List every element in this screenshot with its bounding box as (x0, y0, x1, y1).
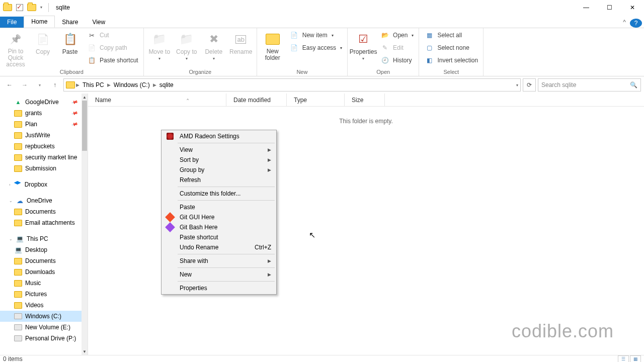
col-date[interactable]: Date modified (226, 94, 287, 106)
tree-item-googledrive[interactable]: GoogleDrive (0, 97, 88, 108)
invertselection-button[interactable]: Invert selection (422, 54, 480, 66)
cm-sharewith[interactable]: Share with▶ (163, 256, 275, 266)
copy-button[interactable]: Copy (30, 29, 55, 55)
cm-view[interactable]: View▶ (163, 145, 275, 155)
paste-shortcut-button[interactable]: Paste shortcut (85, 54, 140, 66)
tree-item-documents2[interactable]: Documents (0, 255, 88, 266)
navigation-tree[interactable]: GoogleDrive grants Plan JustWrite repbuc… (0, 94, 88, 355)
tree-item-documents[interactable]: Documents (0, 206, 88, 217)
tree-label: GoogleDrive (25, 99, 59, 106)
tree-item-thispc[interactable]: ⌄This PC (0, 233, 88, 244)
scroll-up-icon[interactable]: ▲ (82, 94, 88, 101)
cut-button[interactable]: Cut (85, 29, 140, 41)
scrollbar-thumb[interactable] (82, 101, 87, 151)
tree-item-downloads[interactable]: Downloads (0, 266, 88, 278)
tree-scrollbar[interactable]: ▲ ▼ (82, 94, 88, 355)
cm-gitbash[interactable]: Git Bash Here (163, 222, 275, 232)
paste-button[interactable]: Paste (57, 29, 83, 55)
tree-item-music[interactable]: Music (0, 278, 88, 289)
view-details-button[interactable]: ☰ (618, 355, 629, 363)
search-input[interactable]: Search sqlite 🔍 (538, 78, 641, 92)
refresh-button[interactable]: ⟳ (523, 78, 536, 92)
invert-icon (424, 55, 434, 65)
title-bar: ▾ sqlite — ☐ ✕ (0, 0, 644, 15)
addr-sep-icon[interactable]: ▶ (76, 82, 79, 87)
cm-sortby[interactable]: Sort by▶ (163, 155, 275, 165)
help-icon[interactable]: ? (630, 19, 642, 28)
tab-home[interactable]: Home (24, 16, 55, 28)
selectnone-button[interactable]: Select none (422, 42, 480, 54)
cm-groupby[interactable]: Group by▶ (163, 165, 275, 175)
tree-item-videos[interactable]: Videos (0, 300, 88, 311)
col-name[interactable]: Name^ (88, 94, 226, 106)
copyto-button[interactable]: Copy to▾ (174, 29, 199, 61)
tree-item-justwrite[interactable]: JustWrite (0, 130, 88, 141)
tree-item-repbuckets[interactable]: repbuckets (0, 141, 88, 152)
qat-customize-icon[interactable]: ▾ (40, 5, 42, 10)
delete-button[interactable]: Delete▾ (201, 29, 226, 61)
ribbon-collapse-icon[interactable]: ^ (619, 17, 630, 28)
minimize-button[interactable]: — (575, 0, 598, 15)
nav-forward-button[interactable]: → (18, 78, 31, 92)
breadcrumb-drive[interactable]: Windows (C:) (112, 80, 152, 89)
qat-properties-icon[interactable] (16, 4, 23, 11)
folder-icon (14, 120, 22, 128)
cm-properties[interactable]: Properties (163, 283, 275, 293)
history-button[interactable]: History (378, 54, 416, 66)
addr-sep-icon[interactable]: ▶ (153, 82, 156, 87)
maximize-button[interactable]: ☐ (598, 0, 621, 15)
col-date-label: Date modified (233, 97, 271, 104)
addr-sep-icon[interactable]: ▶ (107, 82, 111, 87)
breadcrumb-pc[interactable]: This PC (80, 80, 106, 89)
cm-refresh[interactable]: Refresh (163, 175, 275, 185)
tab-view[interactable]: View (85, 17, 112, 28)
tree-item-personal[interactable]: Personal Drive (P:) (0, 333, 88, 344)
tree-item-secmarket[interactable]: security market line (0, 152, 88, 163)
rename-button[interactable]: Rename (228, 29, 254, 55)
col-type[interactable]: Type (287, 94, 345, 106)
tree-item-dropbox[interactable]: ›Dropbox (0, 179, 88, 190)
tree-item-onedrive[interactable]: ⌄OneDrive (0, 195, 88, 206)
tab-share[interactable]: Share (55, 17, 85, 28)
moveto-button[interactable]: Move to▾ (147, 29, 172, 61)
rename-icon (233, 31, 249, 47)
selectall-button[interactable]: Select all (422, 29, 480, 41)
tab-file[interactable]: File (0, 17, 24, 28)
breadcrumb-folder[interactable]: sqlite (157, 80, 176, 89)
cm-new[interactable]: New▶ (163, 269, 275, 280)
col-size[interactable]: Size (345, 94, 385, 106)
tree-item-submission[interactable]: Submission (0, 163, 88, 174)
easy-icon (289, 43, 299, 53)
tree-item-emailatt[interactable]: Email attachments (0, 217, 88, 228)
tree-item-newvol[interactable]: New Volume (E:) (0, 322, 88, 333)
properties-button[interactable]: Properties▾ (351, 29, 376, 61)
cm-paste[interactable]: Paste (163, 202, 275, 212)
nav-up-button[interactable]: ↑ (48, 78, 61, 92)
open-button[interactable]: Open▾ (378, 29, 416, 41)
scroll-down-icon[interactable]: ▼ (82, 348, 88, 355)
cm-customize[interactable]: Customize this folder... (163, 189, 275, 199)
cm-paste-shortcut[interactable]: Paste shortcut (163, 232, 275, 242)
easyaccess-button[interactable]: Easy access▾ (287, 42, 344, 54)
qat-newfolder-icon[interactable] (27, 4, 36, 11)
pin-quickaccess-button[interactable]: Pin to Quick access (3, 29, 28, 68)
group-organize-label: Organize (147, 69, 254, 76)
tree-item-desktop[interactable]: Desktop (0, 244, 88, 255)
tree-item-pictures[interactable]: Pictures (0, 289, 88, 300)
edit-button[interactable]: Edit (378, 42, 416, 54)
cm-amd[interactable]: AMD Radeon Settings (163, 131, 275, 141)
cm-separator (178, 267, 275, 268)
addr-dropdown-icon[interactable]: ▾ (516, 83, 518, 87)
copypath-button[interactable]: Copy path (85, 42, 140, 54)
tree-item-grants[interactable]: grants (0, 108, 88, 119)
view-icons-button[interactable]: ▦ (630, 355, 641, 363)
tree-item-windowsc[interactable]: Windows (C:) (0, 311, 88, 322)
nav-back-button[interactable]: ← (3, 78, 16, 92)
tree-item-plan[interactable]: Plan (0, 119, 88, 130)
cm-undo-rename[interactable]: Undo RenameCtrl+Z (163, 242, 275, 252)
close-button[interactable]: ✕ (621, 0, 644, 15)
newfolder-button[interactable]: New folder (260, 29, 285, 61)
cm-gitgui[interactable]: Git GUI Here (163, 212, 275, 222)
newitem-button[interactable]: New item▾ (287, 29, 344, 41)
nav-recent-button[interactable]: ▾ (33, 78, 46, 92)
